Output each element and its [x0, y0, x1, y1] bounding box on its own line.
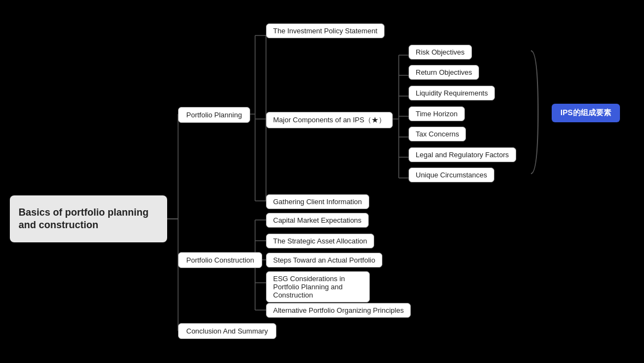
- time-horizon-node[interactable]: Time Horizon: [409, 106, 465, 121]
- esg-node[interactable]: ESG Considerations in Portfolio Planning…: [266, 271, 370, 302]
- alt-portfolio-node[interactable]: Alternative Portfolio Organizing Princip…: [266, 303, 411, 318]
- root-label: Basics of portfolio planning and constru…: [19, 206, 158, 232]
- legal-regulatory-node[interactable]: Legal and Regulatory Factors: [409, 147, 516, 162]
- portfolio-construction-node[interactable]: Portfolio Construction: [178, 252, 262, 268]
- ips-highlight-badge[interactable]: IPS的组成要素: [552, 104, 620, 122]
- steps-actual-node[interactable]: Steps Toward an Actual Portfolio: [266, 253, 382, 267]
- conclusion-node[interactable]: Conclusion And Summary: [178, 323, 276, 339]
- major-components-node[interactable]: Major Components of an IPS（★）: [266, 112, 393, 128]
- risk-objectives-node[interactable]: Risk Objectives: [409, 45, 472, 59]
- mind-map: Basics of portfolio planning and constru…: [0, 0, 644, 363]
- root-node: Basics of portfolio planning and constru…: [10, 195, 167, 242]
- unique-circumstances-node[interactable]: Unique Circumstances: [409, 168, 494, 182]
- gathering-node[interactable]: Gathering Client Information: [266, 194, 369, 209]
- portfolio-planning-node[interactable]: Portfolio Planning: [178, 107, 250, 123]
- capital-market-node[interactable]: Capital Market Expectations: [266, 213, 369, 228]
- liquidity-node[interactable]: Liquidity Requirements: [409, 86, 495, 100]
- strategic-asset-node[interactable]: The Strategic Asset Allocation: [266, 234, 374, 248]
- return-objectives-node[interactable]: Return Objectives: [409, 65, 479, 80]
- tax-concerns-node[interactable]: Tax Concerns: [409, 127, 466, 141]
- ips-node[interactable]: The Investment Policy Statement: [266, 23, 385, 38]
